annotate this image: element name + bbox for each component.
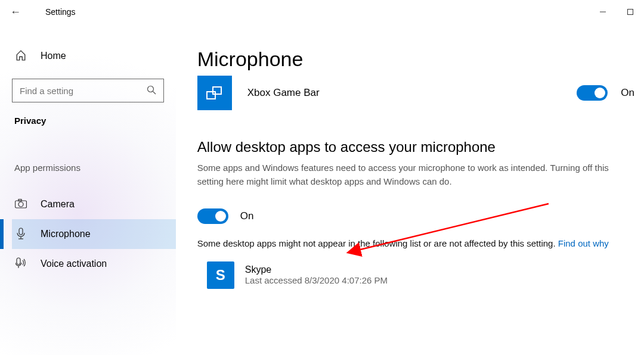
minimize-icon bbox=[600, 9, 606, 15]
home-icon bbox=[14, 50, 27, 63]
camera-icon bbox=[14, 199, 27, 210]
allow-desktop-heading: Allow desktop apps to access your microp… bbox=[197, 139, 634, 155]
find-out-why-link[interactable]: Find out why bbox=[558, 238, 609, 248]
note-text: Some desktop apps might not appear in th… bbox=[197, 238, 558, 248]
search-icon bbox=[145, 85, 157, 96]
svg-line-3 bbox=[153, 91, 156, 94]
sidebar-item-label: Camera bbox=[41, 199, 75, 210]
main-pane: Microphone Xbox Game Bar On Allow deskto… bbox=[176, 24, 644, 355]
title-bar: ← Settings bbox=[0, 0, 644, 24]
store-app-row: Xbox Game Bar On bbox=[197, 76, 634, 110]
svg-rect-12 bbox=[207, 92, 215, 99]
sidebar-item-camera[interactable]: Camera bbox=[12, 189, 176, 219]
svg-rect-13 bbox=[213, 87, 221, 94]
allow-desktop-toggle[interactable] bbox=[197, 208, 228, 224]
page-title: Microphone bbox=[197, 48, 634, 71]
svg-rect-6 bbox=[18, 199, 21, 201]
back-arrow-icon: ← bbox=[10, 6, 21, 18]
voice-icon bbox=[14, 257, 27, 271]
minimize-button[interactable] bbox=[589, 2, 617, 21]
desktop-app-last-accessed: Last accessed 8/3/2020 4:07:26 PM bbox=[245, 275, 388, 285]
sidebar-item-voice-activation[interactable]: Voice activation bbox=[12, 249, 176, 279]
allow-desktop-note: Some desktop apps might not appear in th… bbox=[197, 237, 634, 251]
window-title: Settings bbox=[27, 7, 76, 17]
sidebar-item-microphone[interactable]: Microphone bbox=[12, 219, 176, 249]
skype-icon: S bbox=[207, 261, 234, 289]
home-label: Home bbox=[41, 51, 66, 61]
section-header: App permissions bbox=[12, 163, 176, 173]
svg-rect-1 bbox=[628, 10, 633, 15]
sidebar: Home Privacy App permissions CameraMicro… bbox=[0, 24, 176, 355]
sidebar-item-label: Voice activation bbox=[41, 259, 107, 269]
back-button[interactable]: ← bbox=[4, 0, 27, 24]
maximize-icon bbox=[627, 9, 633, 15]
window-controls bbox=[589, 2, 644, 21]
desktop-app-name: Skype bbox=[245, 264, 388, 275]
svg-rect-7 bbox=[19, 228, 23, 235]
store-app-name: Xbox Game Bar bbox=[247, 87, 432, 99]
svg-point-2 bbox=[147, 86, 153, 92]
desktop-app-row: S Skype Last accessed 8/3/2020 4:07:26 P… bbox=[197, 261, 634, 289]
sidebar-item-label: Microphone bbox=[41, 229, 91, 239]
store-app-toggle-label: On bbox=[621, 87, 634, 99]
xbox-game-bar-icon bbox=[197, 76, 232, 110]
nav-list: CameraMicrophoneVoice activation bbox=[12, 189, 176, 279]
svg-rect-10 bbox=[17, 258, 20, 264]
search-box[interactable] bbox=[12, 79, 164, 102]
svg-point-5 bbox=[18, 202, 23, 207]
home-nav-item[interactable]: Home bbox=[12, 42, 176, 70]
search-input[interactable] bbox=[18, 85, 157, 96]
allow-desktop-toggle-label: On bbox=[240, 210, 254, 222]
maximize-button[interactable] bbox=[617, 2, 644, 21]
microphone-icon bbox=[14, 228, 27, 241]
store-app-toggle[interactable] bbox=[577, 85, 608, 101]
allow-desktop-description: Some apps and Windows features need to a… bbox=[197, 161, 634, 188]
current-section-label: Privacy bbox=[12, 116, 176, 126]
